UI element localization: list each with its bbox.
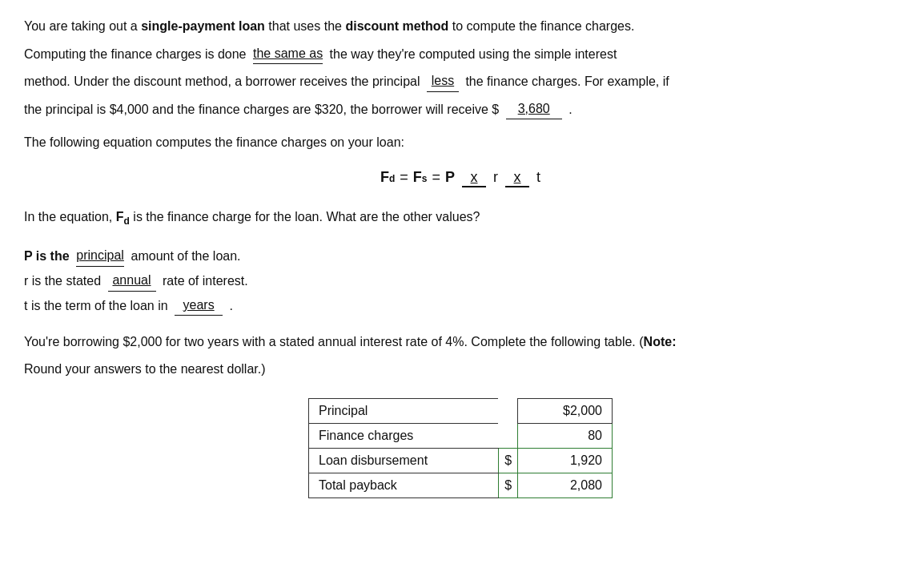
intro-example-text: the principal is $4,000 and the finance … bbox=[24, 103, 499, 116]
eq-r: r bbox=[493, 169, 498, 186]
P-line: P is the principal amount of the loan. bbox=[24, 245, 897, 267]
intro-line3: method. Under the discount method, a bor… bbox=[24, 70, 897, 92]
intro-bold-2: discount method bbox=[345, 19, 448, 33]
r-before: r is the stated bbox=[24, 274, 101, 288]
dollar-total: $ bbox=[498, 473, 518, 498]
equation-display: Fd = Fs = P x r x t bbox=[24, 169, 897, 187]
intro-computing-after: the way they're computed using the simpl… bbox=[330, 47, 617, 61]
intro-text-1: You are taking out a bbox=[24, 19, 141, 33]
borrowing-text: You're borrowing $2,000 for two years wi… bbox=[24, 332, 897, 352]
intro-line4: the principal is $4,000 and the finance … bbox=[24, 99, 897, 120]
eq-Fd-sub: d bbox=[389, 173, 395, 184]
table-row-loan: Loan disbursement $ 1,920 bbox=[309, 449, 613, 473]
t-before: t is the term of the loan in bbox=[24, 299, 168, 312]
value-loan-disbursement[interactable]: 1,920 bbox=[518, 449, 613, 473]
eq-Fs: Fs bbox=[413, 169, 428, 186]
intro-line2: Computing the finance charges is done th… bbox=[24, 43, 897, 65]
t-line: t is the term of the loan in years . bbox=[24, 295, 897, 316]
note-bold: Note: bbox=[644, 335, 677, 348]
P-after: amount of the loan. bbox=[131, 249, 241, 263]
spacer-finance bbox=[498, 424, 518, 449]
table-row-finance: Finance charges 80 bbox=[309, 424, 613, 449]
finance-table: Principal $2,000 Finance charges 80 Loan… bbox=[308, 398, 613, 498]
blank-less: less bbox=[427, 70, 459, 92]
eq-t: t bbox=[536, 169, 540, 186]
label-total-payback: Total payback bbox=[309, 473, 499, 498]
label-finance-charges: Finance charges bbox=[309, 424, 499, 449]
blank-3680: 3,680 bbox=[506, 99, 562, 120]
intro-method-after: the finance charges. For example, if bbox=[465, 75, 669, 88]
eq-P: P bbox=[445, 169, 455, 186]
r-line: r is the stated annual rate of interest. bbox=[24, 270, 897, 292]
borrowing-line2: Round your answers to the nearest dollar… bbox=[24, 359, 897, 380]
borrowing-line1: You're borrowing $2,000 for two years wi… bbox=[24, 335, 644, 348]
blank-same-as: the same as bbox=[253, 43, 323, 65]
intro-bold-1: single-payment loan bbox=[141, 19, 265, 33]
intro-text-3: to compute the finance charges. bbox=[448, 19, 634, 33]
value-finance-charges[interactable]: 80 bbox=[518, 424, 613, 449]
blank-annual: annual bbox=[108, 270, 156, 292]
in-eq-before: In the equation, bbox=[24, 210, 116, 224]
table-row-total: Total payback $ 2,080 bbox=[309, 473, 613, 498]
eq-x1-blank: x bbox=[462, 169, 486, 187]
intro-computing-text: Computing the finance charges is done bbox=[24, 47, 247, 61]
P-letter: P is the bbox=[24, 249, 70, 263]
eq-Fd: Fd bbox=[380, 169, 395, 186]
r-after: rate of interest. bbox=[163, 274, 248, 288]
table-row-principal: Principal $2,000 bbox=[309, 399, 613, 424]
dollar-loan: $ bbox=[498, 449, 518, 473]
eq-equals-2: = bbox=[432, 169, 441, 186]
intro-line1: You are taking out a single-payment loan… bbox=[24, 16, 897, 37]
in-eq-rest: is the finance charge for the loan. What… bbox=[130, 210, 480, 224]
in-eq-Fd: Fd bbox=[116, 210, 130, 224]
equation-intro-text: The following equation computes the fina… bbox=[24, 132, 897, 153]
eq-Fs-sub: s bbox=[422, 173, 428, 184]
eq-Fs-letter: F bbox=[413, 169, 422, 186]
values-section: P is the principal amount of the loan. r… bbox=[24, 245, 897, 316]
in-eq-Fd-sub: d bbox=[124, 216, 130, 227]
blank-principal: principal bbox=[76, 245, 124, 267]
in-equation-section: In the equation, Fd is the finance charg… bbox=[24, 207, 897, 229]
table-section: Principal $2,000 Finance charges 80 Loan… bbox=[24, 398, 897, 498]
intro-paragraph: You are taking out a single-payment loan… bbox=[24, 16, 897, 119]
main-content: You are taking out a single-payment loan… bbox=[24, 16, 897, 498]
intro-method-text: method. Under the discount method, a bor… bbox=[24, 75, 420, 88]
equation: Fd = Fs = P x r x t bbox=[380, 169, 540, 187]
intro-example-after: . bbox=[568, 103, 572, 116]
intro-text-2: that uses the bbox=[265, 19, 346, 33]
label-principal: Principal bbox=[309, 399, 499, 424]
spacer-principal bbox=[498, 399, 518, 424]
t-after: . bbox=[230, 299, 233, 312]
in-equation-text: In the equation, Fd is the finance charg… bbox=[24, 207, 897, 229]
value-total-payback[interactable]: 2,080 bbox=[518, 473, 613, 498]
equation-section: The following equation computes the fina… bbox=[24, 132, 897, 187]
blank-years: years bbox=[175, 295, 223, 316]
value-principal: $2,000 bbox=[518, 399, 613, 424]
borrowing-section: You're borrowing $2,000 for two years wi… bbox=[24, 332, 897, 379]
eq-Fd-letter: F bbox=[380, 169, 389, 186]
eq-equals-1: = bbox=[400, 169, 408, 186]
eq-x2-blank: x bbox=[505, 169, 529, 187]
in-eq-Fd-letter: F bbox=[116, 210, 124, 224]
label-loan-disbursement: Loan disbursement bbox=[309, 449, 499, 473]
